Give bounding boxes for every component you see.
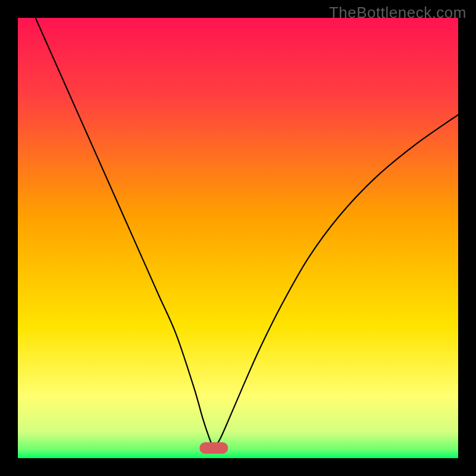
optimum-marker [199,442,228,453]
chart-background [18,18,458,458]
chart-plot [18,18,458,458]
watermark-text: TheBottleneck.com [329,4,466,22]
chart-frame: TheBottleneck.com [0,0,476,476]
